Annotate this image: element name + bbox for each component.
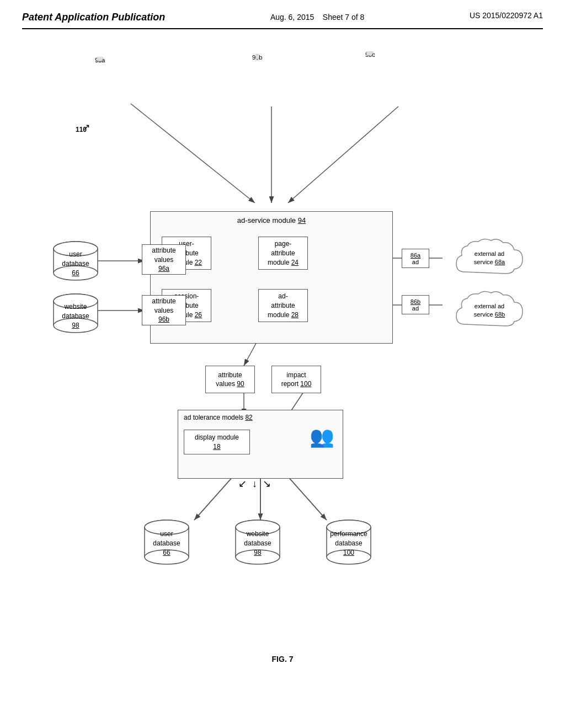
external-ad-68a: external adservice 68a bbox=[454, 236, 525, 280]
attr-values-96a: attributevalues96a bbox=[142, 244, 186, 275]
device-desktop: 96c bbox=[365, 51, 375, 58]
website-database-top: websitedatabase98 bbox=[51, 291, 100, 335]
external-ad-68b: external adservice 68b bbox=[454, 288, 525, 333]
ad-86a: 86aad bbox=[402, 249, 429, 268]
sheet-info: Sheet 7 of 8 bbox=[323, 13, 365, 22]
ad-attribute-module: ad-attributemodule 28 bbox=[258, 289, 308, 322]
phone-label: 96b bbox=[252, 54, 262, 61]
page-header: Patent Application Publication Aug. 6, 2… bbox=[22, 11, 543, 29]
diagram-arrows bbox=[23, 40, 542, 663]
attr-values-96b: attributevalues96b bbox=[142, 295, 186, 325]
figure-caption: FIG. 7 bbox=[23, 655, 542, 663]
page-attribute-module: page-attributemodule 24 bbox=[258, 237, 308, 270]
ad-service-container: ad-service module 94 user-attributemodul… bbox=[150, 211, 393, 344]
desktop-label: 96c bbox=[365, 51, 375, 58]
laptop-label: 96a bbox=[95, 57, 105, 63]
user-database-top: userdatabase66 bbox=[51, 239, 100, 283]
diagram: 110 ↗ 96a 96b bbox=[23, 40, 542, 663]
ad-service-label: ad-service module 94 bbox=[237, 216, 306, 224]
system-arrow: ↗ bbox=[83, 122, 90, 132]
ad-86b: 86bad bbox=[402, 295, 429, 314]
impact-report-100: impactreport 100 bbox=[271, 366, 321, 393]
publication-date: Aug. 6, 2015 bbox=[270, 13, 314, 22]
page: Patent Application Publication Aug. 6, 2… bbox=[0, 0, 565, 728]
ad-tolerance-container: ad tolerance models 82 display module18 … bbox=[178, 410, 343, 479]
users-icon: 👥 bbox=[310, 427, 334, 447]
split-arrows: ↙↓↘ bbox=[238, 478, 276, 490]
website-database-bottom: websitedatabase98 bbox=[233, 517, 282, 567]
attribute-values-90: attributevalues 90 bbox=[205, 366, 255, 393]
svg-line-5 bbox=[288, 106, 398, 203]
device-laptop: 96a bbox=[95, 57, 105, 63]
user-database-bottom: userdatabase66 bbox=[142, 517, 191, 567]
header-date-sheet: Aug. 6, 2015 Sheet 7 of 8 bbox=[270, 11, 364, 23]
device-phone: 96b bbox=[252, 54, 262, 61]
performance-database: performancedatabase100 bbox=[324, 517, 374, 567]
svg-line-3 bbox=[131, 104, 255, 203]
publication-title: Patent Application Publication bbox=[22, 11, 165, 24]
patent-number: US 2015/0220972 A1 bbox=[470, 11, 543, 20]
display-module: display module18 bbox=[184, 430, 250, 454]
ad-tolerance-label: ad tolerance models 82 bbox=[184, 414, 253, 421]
